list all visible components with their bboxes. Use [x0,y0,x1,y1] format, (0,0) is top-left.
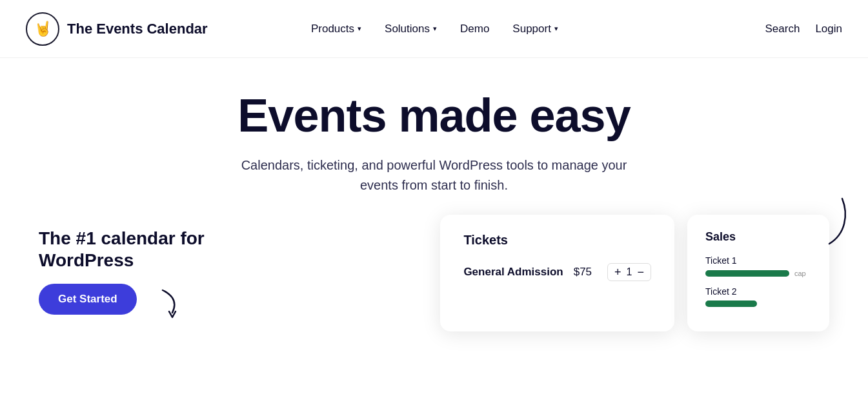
nav-item-demo[interactable]: Demo [460,23,489,35]
sales-card-title: Sales [705,230,811,244]
quantity-plus-button[interactable]: − [637,266,644,278]
search-link[interactable]: Search [765,23,800,35]
logo-text: The Events Calendar [67,21,208,37]
logo-icon: 🤘 [26,12,59,46]
lower-section: The #1 calendar for WordPress Get Starte… [0,202,868,331]
ticket-row-label: General Admission [463,266,563,279]
heading-line1: The #1 calendar for [39,228,205,248]
ticket-card-title: Tickets [463,233,651,248]
chevron-down-icon: ▾ [554,25,558,33]
sales-bar2-row [705,300,811,307]
nav-item-support[interactable]: Support ▾ [512,23,558,35]
nav-demo-label: Demo [460,23,489,35]
nav-item-solutions[interactable]: Solutions ▾ [385,23,437,35]
sales-bar2 [705,300,757,307]
hero-section: Events made easy Calendars, ticketing, a… [0,58,868,202]
chevron-down-icon: ▾ [433,25,437,33]
heading-line2: WordPress [39,250,134,270]
nav-right: Search Login [765,23,842,35]
logo-link[interactable]: 🤘 The Events Calendar [26,12,208,46]
ticket-row: General Admission $75 + 1 − [463,263,651,281]
ticket-card: Tickets General Admission $75 + 1 − [440,215,674,331]
left-panel: The #1 calendar for WordPress Get Starte… [39,228,232,319]
hero-title: Events made easy [237,90,630,141]
wordpress-heading: The #1 calendar for WordPress [39,228,232,271]
logo-emoji: 🤘 [34,21,52,37]
sales-ticket1: Ticket 1 cap [705,255,811,277]
sales-bar1 [705,270,789,277]
chevron-down-icon: ▾ [358,25,361,33]
sales-ticket2: Ticket 2 [705,286,811,307]
nav-solutions-label: Solutions [385,23,430,35]
hero-subtitle: Calendars, ticketing, and powerful WordP… [234,155,634,195]
deco-curve-icon [810,195,849,247]
sales-bar1-row: cap [705,270,811,277]
login-link[interactable]: Login [815,23,842,35]
sales-card: Sales Ticket 1 cap Ticket 2 [687,215,829,331]
nav-item-products[interactable]: Products ▾ [311,23,361,35]
navbar: 🤘 The Events Calendar Products ▾ Solutio… [0,0,868,58]
cap-label1: cap [794,270,806,277]
nav-center: Products ▾ Solutions ▾ Demo Support ▾ [311,23,558,35]
quantity-minus-button[interactable]: + [614,266,621,278]
quantity-control: + 1 − [607,263,651,281]
sales-ticket2-label: Ticket 2 [705,286,811,297]
quantity-value: 1 [627,266,632,278]
widget-area: Tickets General Admission $75 + 1 − Sale… [440,215,829,331]
nav-products-label: Products [311,23,354,35]
arrow-icon [156,287,182,319]
ticket-price: $75 [574,266,592,279]
get-started-button[interactable]: Get Started [39,284,137,315]
sales-ticket1-label: Ticket 1 [705,255,811,266]
nav-support-label: Support [512,23,551,35]
cta-area: Get Started [39,284,232,319]
